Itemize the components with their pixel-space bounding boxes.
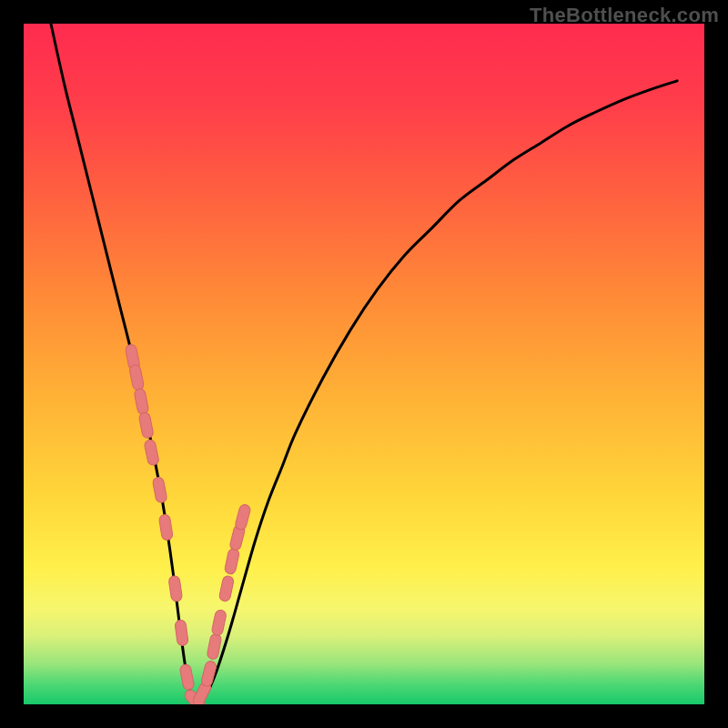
curve-marker [218, 575, 235, 602]
curve-marker [144, 439, 160, 466]
curve-marker [152, 477, 167, 504]
curve-marker [200, 660, 217, 687]
plot-area [24, 24, 704, 704]
chart-frame: TheBottleneck.com [0, 0, 728, 728]
marker-group [125, 344, 251, 704]
curve-marker [207, 633, 222, 661]
curve-marker [129, 364, 145, 391]
curve-marker [138, 411, 154, 439]
curve-marker [158, 514, 173, 541]
curve-marker [175, 620, 189, 646]
watermark-text: TheBottleneck.com [530, 4, 719, 27]
plot-svg [24, 24, 704, 704]
curve-marker [234, 503, 251, 531]
curve-marker [168, 575, 183, 602]
curve-marker [211, 609, 228, 636]
bottleneck-curve [51, 24, 677, 704]
curve-marker [179, 663, 195, 691]
curve-marker [224, 548, 240, 575]
curve-marker [134, 388, 149, 415]
